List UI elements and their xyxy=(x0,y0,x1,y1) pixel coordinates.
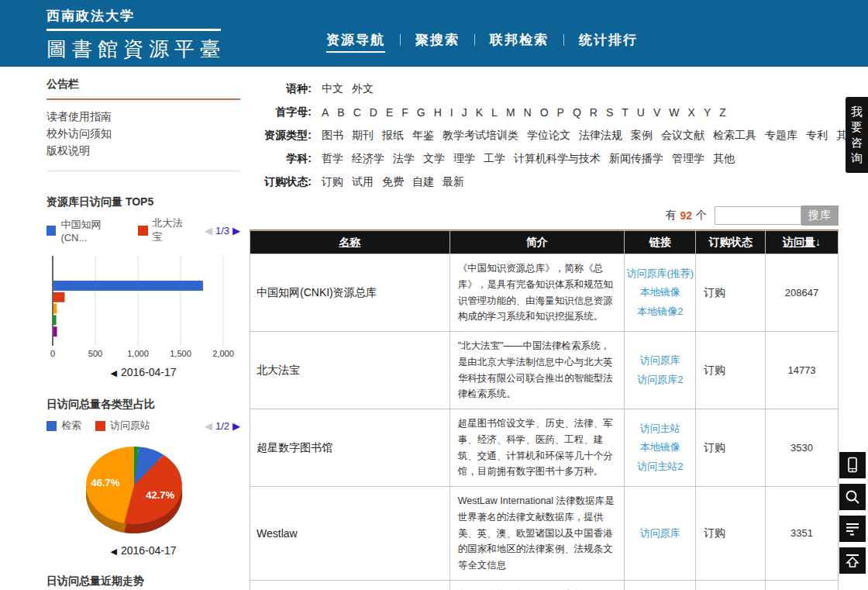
db-access-link[interactable]: 访问原库 xyxy=(626,524,694,543)
filter-option[interactable]: 管理学 xyxy=(672,152,704,166)
filter-option[interactable]: 试用 xyxy=(352,175,374,189)
filter-option[interactable]: Q xyxy=(573,106,581,119)
filter-option[interactable]: F xyxy=(401,106,408,119)
filter-option[interactable]: 计算机科学与技术 xyxy=(514,152,601,166)
nav-item-1[interactable]: 资源导航 xyxy=(312,31,400,49)
db-access-link[interactable]: 访问原库(推荐) xyxy=(626,264,694,283)
filter-option[interactable]: I xyxy=(450,106,453,119)
filter-option[interactable]: 订购 xyxy=(322,175,343,189)
db-access-link[interactable]: 访问原库2 xyxy=(626,371,694,389)
filter-option[interactable]: O xyxy=(540,106,549,119)
filter-option[interactable]: 案例 xyxy=(631,129,653,143)
filter-option[interactable]: R xyxy=(590,106,598,119)
db-subscription-status: 订购 xyxy=(696,409,766,487)
db-access-link[interactable]: 本地镜像 xyxy=(626,438,694,457)
nav-item-3[interactable]: 联邦检索 xyxy=(475,31,563,49)
column-header[interactable]: 访问量↓ xyxy=(766,231,839,254)
pager-prev-icon[interactable]: ◀ xyxy=(205,420,212,432)
filter-option[interactable]: T xyxy=(622,106,629,119)
filter-option[interactable]: 工学 xyxy=(484,152,505,166)
filter-option[interactable]: 年鉴 xyxy=(412,129,434,143)
filter-option[interactable]: 专利 xyxy=(806,129,828,143)
db-access-link[interactable]: 本地镜像 xyxy=(626,283,694,302)
filter-option[interactable]: B xyxy=(337,106,344,119)
filter-option[interactable]: 中文 xyxy=(322,82,343,96)
filter-option[interactable]: S xyxy=(606,106,613,119)
filter-option[interactable]: 会议文献 xyxy=(661,129,704,143)
filter-option[interactable]: J xyxy=(462,106,467,119)
nav-item-2[interactable]: 聚搜索 xyxy=(401,31,474,49)
column-header[interactable]: 名称 xyxy=(250,231,450,254)
filter-option[interactable]: 专题库 xyxy=(765,129,797,143)
filter-option[interactable]: C xyxy=(353,106,361,119)
filter-option[interactable]: 理学 xyxy=(453,152,475,166)
filter-option[interactable]: K xyxy=(476,106,483,119)
filter-option[interactable]: N xyxy=(524,106,532,119)
filter-option[interactable]: V xyxy=(653,106,660,119)
filter-option[interactable]: U xyxy=(637,106,645,119)
filter-option[interactable]: P xyxy=(557,106,564,119)
filter-option[interactable]: W xyxy=(669,106,679,119)
filter-option[interactable]: D xyxy=(370,106,377,119)
filter-option[interactable]: 期刊 xyxy=(352,129,374,143)
filter-option[interactable]: 文学 xyxy=(423,152,445,166)
filter-option[interactable]: 最新 xyxy=(443,175,464,189)
back-to-top-icon[interactable] xyxy=(839,547,866,574)
pager-next-icon[interactable]: ▶ xyxy=(232,225,240,236)
db-links: 访问原库访问原库2 xyxy=(625,332,696,409)
db-description: WestLaw International 法律数据库是世界著名的法律文献数据库… xyxy=(450,487,625,581)
search-icon[interactable] xyxy=(839,484,866,510)
filter-option[interactable]: 检索工具 xyxy=(713,129,756,143)
filter-option[interactable]: E xyxy=(386,106,393,119)
filter-option[interactable]: X xyxy=(688,106,695,119)
filter-option[interactable]: 法学 xyxy=(393,152,415,166)
phone-icon[interactable] xyxy=(839,452,866,478)
filter-option[interactable]: Y xyxy=(704,106,711,119)
notice-link[interactable]: 校外访问须知 xyxy=(46,125,240,142)
date-prev-icon[interactable]: ◀ xyxy=(110,547,116,556)
filter-option[interactable]: Z xyxy=(719,106,726,119)
filter-option[interactable]: 经济学 xyxy=(352,152,384,166)
filter-option[interactable]: 报纸 xyxy=(382,129,404,143)
feedback-icon[interactable] xyxy=(839,516,866,542)
filter-option[interactable]: 学位论文 xyxy=(527,129,570,143)
table-row: 万方数据知识服务平台中国学术期刊数据库是万方数据知识服务平台的重要组成部分，集纳… xyxy=(250,580,839,590)
filter-option[interactable]: 哲学 xyxy=(322,152,343,166)
filter-options: 中文外文 xyxy=(322,82,382,96)
date-prev-icon[interactable]: ◀ xyxy=(110,368,116,378)
filter-option[interactable]: L xyxy=(491,106,498,119)
db-access-link[interactable]: 访问原库 xyxy=(626,351,694,370)
db-access-link[interactable]: 访问主站 xyxy=(626,419,694,438)
search-database-button[interactable]: 搜库 xyxy=(801,205,839,226)
filter-option[interactable]: A xyxy=(322,106,329,119)
filter-label: 资源类型: xyxy=(250,129,312,143)
filter-option[interactable]: M xyxy=(506,106,515,119)
notice-link[interactable]: 版权说明 xyxy=(46,142,240,159)
svg-text:500: 500 xyxy=(88,349,102,358)
filter-option[interactable]: 自建 xyxy=(412,175,434,189)
filter-option[interactable]: 免费 xyxy=(382,175,404,189)
notice-link[interactable]: 读者使用指南 xyxy=(46,108,240,125)
nav-item-4[interactable]: 统计排行 xyxy=(564,31,653,49)
filter-options: 哲学经济学法学文学理学工学计算机科学与技术新闻传播学管理学其他 xyxy=(322,152,743,166)
filter-option[interactable]: 法律法规 xyxy=(579,129,622,143)
filter-row: 语种:中文外文 xyxy=(250,78,839,101)
db-access-link[interactable]: 本地镜像2 xyxy=(626,302,694,321)
filter-option[interactable]: 其他 xyxy=(713,152,735,166)
column-header-label: 链接 xyxy=(649,236,671,248)
db-subscription-status: 订购 xyxy=(696,487,766,581)
filter-option[interactable]: 教学考试培训类 xyxy=(443,129,518,143)
consult-tab[interactable]: 我要咨询 xyxy=(846,97,868,173)
column-header: 链接 xyxy=(625,231,696,254)
filter-option[interactable]: G xyxy=(417,106,425,119)
database-search-input[interactable] xyxy=(715,206,801,225)
pie-chart-section: 日访问总量各类型占比 检索访问原站◀1/2▶ 42.7%46.7% ◀2016-… xyxy=(46,398,240,557)
pager-next-icon[interactable]: ▶ xyxy=(232,420,240,432)
filter-option[interactable]: 新闻传播学 xyxy=(609,152,663,166)
pager-prev-icon[interactable]: ◀ xyxy=(205,225,212,236)
filter-option[interactable]: 图书 xyxy=(322,129,343,143)
filter-option[interactable]: 外文 xyxy=(352,82,374,96)
db-access-link[interactable]: 访问主站2 xyxy=(626,457,694,476)
filter-option[interactable]: H xyxy=(434,106,442,119)
top5-bar-chart: 05001,0001,5002,000 xyxy=(46,253,240,361)
